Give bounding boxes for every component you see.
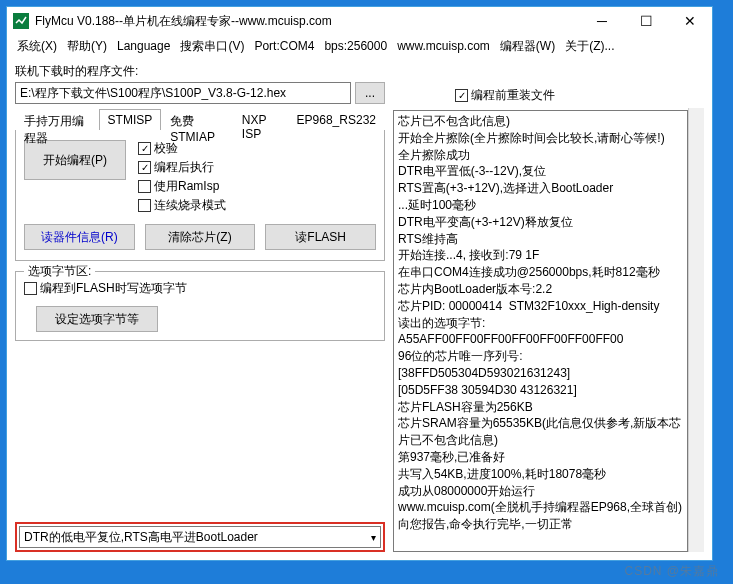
- window-title: FlyMcu V0.188--单片机在线编程专家--www.mcuisp.com: [35, 13, 580, 30]
- menu-programmer[interactable]: 编程器(W): [496, 36, 559, 57]
- app-icon: [13, 13, 29, 29]
- menu-help[interactable]: 帮助(Y): [63, 36, 111, 57]
- tab-panel: 开始编程(P) ✓校验 ✓编程后执行 使用RamIsp 连续烧录模式 读器件信息…: [15, 130, 385, 261]
- reload-checkbox[interactable]: ✓ 编程前重装文件: [455, 87, 555, 104]
- opt-flash-checkbox[interactable]: 编程到FLASH时写选项字节: [24, 280, 187, 297]
- close-button[interactable]: ✕: [668, 7, 712, 35]
- scrollbar[interactable]: [688, 108, 704, 552]
- browse-button[interactable]: ...: [355, 82, 385, 104]
- set-option-bytes-button[interactable]: 设定选项字节等: [36, 306, 158, 332]
- tab-nxpisp[interactable]: NXP ISP: [233, 109, 288, 130]
- minimize-button[interactable]: ─: [580, 7, 624, 35]
- tab-bar: 手持万用编程器 STMISP 免费STMIAP NXP ISP EP968_RS…: [15, 108, 385, 130]
- log-output[interactable]: 芯片已不包含此信息) 开始全片擦除(全片擦除时间会比较长,请耐心等候!) 全片擦…: [393, 110, 688, 552]
- menu-site[interactable]: www.mcuisp.com: [393, 37, 494, 55]
- maximize-button[interactable]: ☐: [624, 7, 668, 35]
- path-label: 联机下载时的程序文件:: [15, 63, 704, 80]
- titlebar: FlyMcu V0.188--单片机在线编程专家--www.mcuisp.com…: [7, 7, 712, 35]
- menu-bps[interactable]: bps:256000: [320, 37, 391, 55]
- tab-stmisp[interactable]: STMISP: [99, 109, 162, 130]
- read-info-button[interactable]: 读器件信息(R): [24, 224, 135, 250]
- menu-language[interactable]: Language: [113, 37, 174, 55]
- tab-ep968[interactable]: EP968_RS232: [288, 109, 385, 130]
- chevron-down-icon: ▾: [371, 532, 376, 543]
- menubar: 系统(X) 帮助(Y) Language 搜索串口(V) Port:COM4 b…: [7, 35, 712, 57]
- menu-port[interactable]: Port:COM4: [250, 37, 318, 55]
- watermark: CSDN @朱嘉鼎: [624, 563, 719, 580]
- menu-system[interactable]: 系统(X): [13, 36, 61, 57]
- read-flash-button[interactable]: 读FLASH: [265, 224, 376, 250]
- app-window: FlyMcu V0.188--单片机在线编程专家--www.mcuisp.com…: [6, 6, 713, 561]
- reset-mode-dropdown[interactable]: DTR的低电平复位,RTS高电平进BootLoader ▾: [19, 526, 381, 548]
- tab-handheld[interactable]: 手持万用编程器: [15, 109, 99, 130]
- menu-about[interactable]: 关于(Z)...: [561, 36, 618, 57]
- reset-mode-highlight: DTR的低电平复位,RTS高电平进BootLoader ▾: [15, 522, 385, 552]
- reload-label: 编程前重装文件: [471, 87, 555, 104]
- tab-stmiap[interactable]: 免费STMIAP: [161, 109, 233, 130]
- check-icon: ✓: [455, 89, 468, 102]
- program-path-input[interactable]: E:\程序下载文件\S100程序\S100P_V3.8-G-12.hex: [15, 82, 351, 104]
- erase-chip-button[interactable]: 清除芯片(Z): [145, 224, 256, 250]
- cont-mode-checkbox[interactable]: 连续烧录模式: [138, 197, 226, 214]
- use-ramisp-checkbox[interactable]: 使用RamIsp: [138, 178, 226, 195]
- run-after-checkbox[interactable]: ✓编程后执行: [138, 159, 226, 176]
- option-bytes-title: 选项字节区:: [24, 263, 95, 280]
- option-bytes-section: 选项字节区: 编程到FLASH时写选项字节 设定选项字节等: [15, 271, 385, 341]
- dropdown-value: DTR的低电平复位,RTS高电平进BootLoader: [24, 529, 258, 546]
- menu-search-port[interactable]: 搜索串口(V): [176, 36, 248, 57]
